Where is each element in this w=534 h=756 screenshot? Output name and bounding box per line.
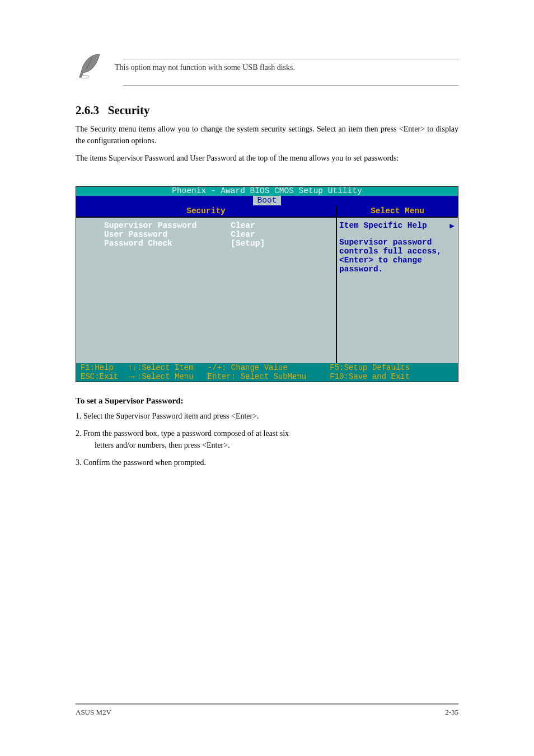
bios-footer-line1: F1:Help ↑↓:Select Item -/+: Change Value… [81, 363, 410, 372]
note-block: This option may not function with some U… [76, 56, 458, 81]
bios-footer: F1:Help ↑↓:Select Item -/+: Change Value… [76, 363, 458, 381]
bios-item-user-password[interactable]: User Password Clear [104, 230, 255, 239]
bios-header: Phoenix - Award BIOS CMOS Setup Utility [76, 187, 458, 196]
bios-panel-title-left: Security [76, 205, 337, 217]
bios-tab-boot: Boot [253, 196, 282, 205]
step-2b: letters and/or numbers, then press <Ente… [76, 439, 458, 451]
bios-settings-panel: Supervisor Password Clear User Password … [76, 218, 337, 363]
footer-left: ASUS M2V [76, 708, 111, 717]
bios-help-panel: Item Specific Help ▶ Supervisor password… [337, 218, 458, 363]
note-divider-bottom [123, 85, 458, 86]
feather-icon [76, 50, 106, 81]
footer-right: 2-35 [445, 708, 458, 717]
bios-item-supervisor-password[interactable]: Supervisor Password Clear [104, 221, 255, 230]
bios-help-body: Supervisor password controls full access… [339, 238, 456, 274]
step-1: 1. Select the Supervisor Password item a… [76, 410, 458, 422]
bios-body: Supervisor Password Clear User Password … [76, 218, 458, 363]
bios-screenshot: Phoenix - Award BIOS CMOS Setup Utility … [76, 186, 458, 382]
bios-footer-line2: ESC:Exit →←:Select Menu Enter: Select Su… [81, 372, 410, 381]
section-number: 2.6.3 [76, 104, 99, 117]
triangle-right-icon: ▶ [449, 221, 455, 231]
page-footer: ASUS M2V 2-35 [76, 703, 458, 717]
bios-item-password-check[interactable]: Password Check [Setup] [104, 239, 265, 248]
step-2a: 2. From the password box, type a passwor… [76, 428, 458, 439]
step-3: 3. Confirm the password when prompted. [76, 457, 458, 468]
bios-help-title: Item Specific Help [339, 221, 427, 230]
section-title-text: Security [108, 104, 150, 117]
subsection-title: To set a Supervisor Password: [76, 396, 458, 406]
note-divider-top [123, 59, 458, 59]
section-heading: 2.6.3 Security [76, 104, 458, 118]
bios-panel-title-right: Select Menu [337, 205, 458, 217]
intro-paragraph-2: The items Supervisor Password and User P… [76, 152, 458, 164]
bios-title-row: Security Select Menu [76, 205, 458, 218]
bios-tab-row: Boot [76, 196, 458, 205]
intro-paragraph-1: The Security menu items allow you to cha… [76, 123, 458, 147]
